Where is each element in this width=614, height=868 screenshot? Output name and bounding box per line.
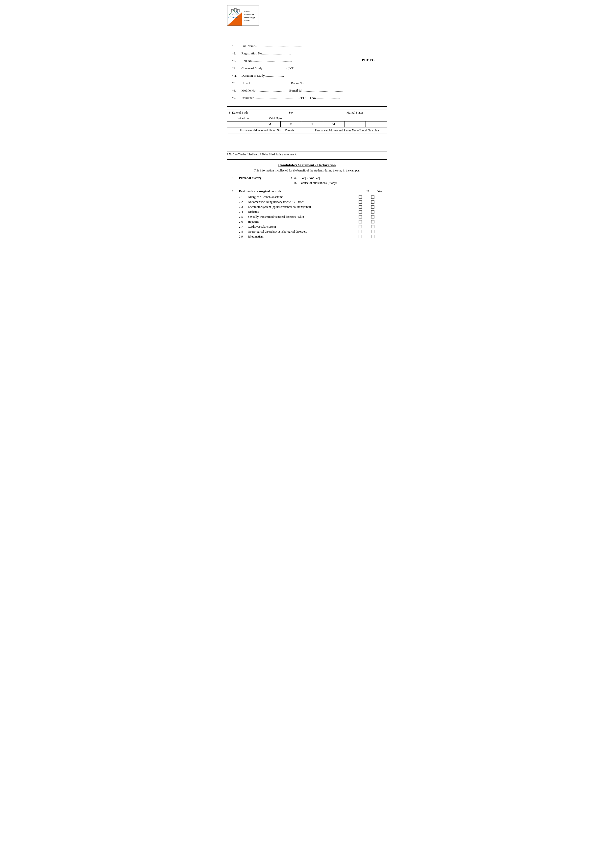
checkbox-no-2-6[interactable]: [358, 220, 362, 223]
svg-rect-2: [234, 8, 236, 12]
svg-text:Mandi: Mandi: [244, 20, 250, 22]
checkbox-yes-2-6[interactable]: [371, 220, 374, 223]
section2-colon: :: [288, 189, 295, 193]
checkbox-yes-2-7[interactable]: [371, 225, 374, 228]
table-subheader-row: M F S M: [227, 121, 387, 127]
section2-header: 2. Past medical / surgical records : No …: [232, 189, 382, 193]
joined-empty: [344, 121, 366, 127]
field-duration: 4.a. Duration of Study………………: [232, 74, 350, 78]
item-sub-2-7: 2.7: [239, 225, 248, 229]
checkboxes-2-4: [358, 210, 382, 214]
photo-label: PHOTO: [362, 58, 375, 62]
medical-item-2-1: 2.1 Allergies / Bronchial asthma: [232, 195, 382, 199]
item-sub-2-8: 2.8: [239, 230, 248, 234]
option-b-letter: b.: [295, 181, 301, 185]
col-valid: Valid Upto: [259, 116, 291, 121]
item-text-2-8: Neurological disorders/ psychological di…: [248, 230, 358, 234]
item-sub-2-5: 2.5: [239, 215, 248, 219]
checkbox-no-2-8[interactable]: [358, 230, 362, 233]
section1-personal-history: 1. Personal history : a. Veg / Non-Veg b…: [232, 176, 382, 186]
medical-item-2-5: 2.5 Sexually-transmitted/venereal diseas…: [232, 215, 382, 219]
item-text-2-3: Locomotor system (spinal/vertebral colum…: [248, 205, 358, 209]
field-hostel: *5. Hostel ………………………………. Room No……………….: [232, 81, 350, 85]
checkboxes-2-8: [358, 230, 382, 233]
declaration-box: Candidate's Statement / Declaration This…: [227, 160, 387, 245]
medical-item-2-6: 2.6 Hepatitis: [232, 220, 382, 224]
field-label-5: Hostel ………………………………. Room No……………….: [242, 81, 350, 85]
medical-item-2-4: 2.4 Diabetes: [232, 210, 382, 214]
address-content-row: [227, 134, 387, 151]
checkbox-no-2-3[interactable]: [358, 205, 362, 209]
checkboxes-2-1: [358, 195, 382, 199]
sex-m: M: [259, 121, 281, 127]
personal-info-box: 1. Full Name………………………………………….. *2. Regis…: [227, 41, 387, 107]
item-sub-2-4: 2.4: [239, 210, 248, 214]
field-rollnum: *3. Roll No………………………………..: [232, 59, 350, 63]
logo-svg: Indian Institute of Technology Mandi: [227, 5, 259, 26]
checkbox-yes-2-2[interactable]: [371, 200, 374, 204]
field-num-4a: 4.a.: [232, 74, 242, 78]
sex-f: F: [281, 121, 302, 127]
option-b-text: abuse of substances (if any): [301, 181, 337, 185]
parents-address-header: Permanent Address and Phone No. of Paren…: [227, 127, 307, 133]
section2-label: Past medical / surgical records: [239, 189, 288, 193]
field-num-1: 1.: [232, 44, 242, 48]
section1-options: a. Veg / Non-Veg b. abuse of substances …: [295, 176, 382, 186]
guardian-address-content: [307, 134, 387, 151]
field-mobile: *6. Mobile No…………………………. E-mail Id…………………: [232, 88, 350, 93]
checkbox-yes-2-3[interactable]: [371, 205, 374, 209]
field-course: *4. Course of Study…………………..( )YR: [232, 66, 350, 70]
item-text-2-7: Cardiovascular system: [248, 225, 358, 229]
item-text-2-6: Hepatitis: [248, 220, 358, 224]
col-dob: 8. Date of Birth: [227, 110, 259, 116]
field-insurance: *7. Insurance …………………………………… TTK ID No………: [232, 96, 350, 100]
item-sub-2-1: 2.1: [239, 195, 248, 199]
checkbox-no-2-1[interactable]: [358, 195, 362, 199]
field-num-6: *6.: [232, 88, 242, 93]
footnote: * No.2 to 7 to be filled later. * To be …: [227, 153, 387, 156]
dob-cell-empty: [227, 121, 259, 127]
svg-text:Technology: Technology: [244, 17, 255, 19]
field-label-2: Registration No………………………: [242, 51, 350, 56]
field-label-4: Course of Study…………………..( )YR: [242, 66, 350, 70]
yes-label: Yes: [377, 189, 382, 193]
declaration-title: Candidate's Statement / Declaration: [232, 163, 382, 167]
col-joined: Joined on: [227, 116, 259, 121]
table-header-row: 8. Date of Birth Sex Marital Status Join…: [227, 110, 387, 121]
checkbox-no-2-4[interactable]: [358, 210, 362, 214]
checkbox-yes-2-8[interactable]: [371, 230, 374, 233]
field-label-6: Mobile No…………………………. E-mail Id……………………………: [242, 88, 350, 93]
checkbox-yes-2-9[interactable]: [371, 235, 374, 238]
checkbox-no-2-5[interactable]: [358, 215, 362, 219]
field-num-2: *2.: [232, 51, 242, 56]
medical-items-list: 2.1 Allergies / Bronchial asthma 2.2 Abd…: [232, 195, 382, 239]
field-num-7: *7.: [232, 96, 242, 100]
header: Indian Institute of Technology Mandi: [227, 5, 387, 26]
address-header-row: Permanent Address and Phone No. of Paren…: [227, 127, 387, 134]
section2-num: 2.: [232, 189, 239, 193]
checkbox-no-2-9[interactable]: [358, 235, 362, 238]
checkbox-no-2-7[interactable]: [358, 225, 362, 228]
section1-row: 1. Personal history : a. Veg / Non-Veg b…: [232, 176, 382, 186]
field-fullname: 1. Full Name…………………………………………..: [232, 44, 350, 48]
checkbox-yes-2-5[interactable]: [371, 215, 374, 219]
svg-text:Indian: Indian: [244, 11, 250, 13]
checkboxes-2-9: [358, 235, 382, 238]
option-a-text: Veg / Non-Veg: [301, 176, 321, 180]
option-a-letter: a.: [295, 176, 301, 180]
item-sub-2-2: 2.2: [239, 200, 248, 204]
item-text-2-4: Diabetes: [248, 210, 358, 214]
medical-item-2-3: 2.3 Locomotor system (spinal/vertebral c…: [232, 205, 382, 209]
medical-item-2-2: 2.2 Abdomen/including urinary tract & G.…: [232, 200, 382, 204]
checkbox-yes-2-4[interactable]: [371, 210, 374, 214]
field-num-5: *5.: [232, 81, 242, 85]
section1-colon: :: [288, 176, 295, 180]
svg-text:Institute of: Institute of: [244, 14, 254, 16]
item-sub-2-3: 2.3: [239, 205, 248, 209]
svg-rect-3: [237, 9, 239, 12]
section1-label: Personal history: [239, 176, 288, 180]
section1-num: 1.: [232, 176, 239, 180]
checkbox-no-2-2[interactable]: [358, 200, 362, 204]
checkbox-yes-2-1[interactable]: [371, 195, 374, 199]
marital-s: S: [302, 121, 323, 127]
